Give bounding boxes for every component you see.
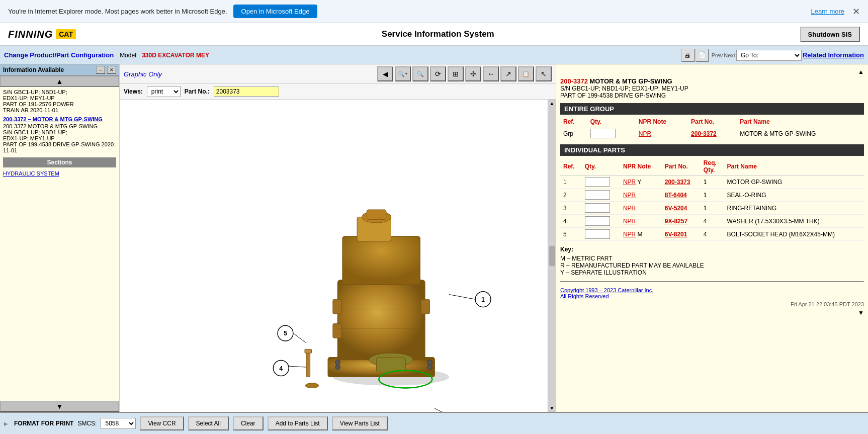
part-no-link[interactable]: 6V-8201 <box>665 231 687 238</box>
back-icon[interactable]: ◀ <box>377 66 393 81</box>
row-npr: NPR <box>620 189 662 202</box>
view-ccr-button[interactable]: View CCR <box>140 416 184 430</box>
table-row: 5 NPR M 6V-8201 4 BOLT-SOCKET HEAD (M16X… <box>560 228 864 241</box>
ie-bar-left: You're in Internet Explorer mode. Most p… <box>8 5 317 18</box>
ie-bar-right: Learn more ✕ <box>811 6 860 17</box>
table-row: Grp NPR 200-3372 MOTOR & MTG GP-SWING <box>560 127 864 140</box>
part-number: 200-3372 <box>560 77 588 85</box>
partno-input[interactable] <box>214 86 279 97</box>
sidebar-hydraulic-link[interactable]: HYDRAULIC SYSTEM <box>3 170 116 177</box>
rotate-icon[interactable]: ⟳ <box>430 66 446 81</box>
part-heading-line1: 200-3372 MOTOR & MTG GP-SWING <box>560 77 864 85</box>
learn-more-link[interactable]: Learn more <box>811 8 844 15</box>
scroll-up-arrow[interactable]: ▲ <box>549 100 556 107</box>
row-ref: Grp <box>560 127 587 140</box>
row-qty <box>582 215 620 228</box>
col-partname: Part Name <box>737 117 864 127</box>
qty-input[interactable] <box>585 216 610 226</box>
smcs-select[interactable]: 5058 <box>101 418 136 429</box>
page-title: Change Product/Part Configuration <box>4 51 114 59</box>
col-ref: Ref. <box>560 117 587 127</box>
zoom-fit-icon[interactable]: ⊞ <box>448 66 464 81</box>
views-select[interactable]: print screen <box>147 86 181 97</box>
next-button[interactable]: Next <box>724 52 735 58</box>
clear-button[interactable]: Clear <box>233 416 264 430</box>
info-panel-scroll-down[interactable]: ▼ <box>560 309 864 316</box>
scroll-down-arrow[interactable]: ▼ <box>549 404 556 412</box>
views-label: Views: <box>124 88 143 95</box>
sections-header: Sections <box>3 157 116 167</box>
sidebar-minimize-button[interactable]: ─ <box>96 66 105 74</box>
svg-rect-7 <box>333 299 341 314</box>
row-partname: WASHER (17.5X30X3.5-MM THK) <box>724 215 864 228</box>
qty-input[interactable] <box>585 203 610 213</box>
open-edge-button[interactable]: Open in Microsoft Edge <box>233 5 318 18</box>
export-icon[interactable]: 📋 <box>518 66 534 81</box>
npr-link[interactable]: NPR <box>623 218 636 225</box>
svg-point-14 <box>335 360 340 365</box>
part-no-link[interactable]: 8T-6404 <box>665 192 687 199</box>
qty-input[interactable] <box>585 190 610 200</box>
shutdown-button[interactable]: Shutdown SIS <box>800 27 860 42</box>
view-parts-button[interactable]: View Parts List <box>332 416 388 430</box>
svg-rect-8 <box>333 323 341 338</box>
npr-link[interactable]: NPR <box>623 205 636 212</box>
info-panel: ▲ 200-3372 MOTOR & MTG GP-SWING S/N GBC1… <box>556 64 868 412</box>
graphic-scrollbar[interactable]: ▲ ▼ <box>548 100 556 412</box>
copyright-link[interactable]: Copyright 1993 – 2023 Caterpillar Inc.Al… <box>560 287 653 299</box>
bottom-bar: ▶ FORMAT FOR PRINT SMCS: 5058 View CCR S… <box>0 412 868 434</box>
part-no-link[interactable]: 9X-8257 <box>665 218 687 225</box>
select-all-button[interactable]: Select All <box>188 416 229 430</box>
sidebar-part-link[interactable]: 200-3372 – MOTOR & MTG GP-SWING <box>3 116 116 122</box>
graphic-header: Graphic Only ◀ 🔍+ 🔍 ⟳ ⊞ ✢ ↔ ↗ 📋 ↖ <box>120 64 556 84</box>
zoom-in-icon[interactable]: 🔍+ <box>395 66 411 81</box>
close-ie-button[interactable]: ✕ <box>852 6 860 17</box>
qty-input[interactable] <box>585 177 610 187</box>
svg-text:4: 4 <box>279 365 283 372</box>
cat-logo: CAT <box>56 29 76 39</box>
related-information-link[interactable]: Related Information <box>803 51 864 59</box>
sidebar-close-button[interactable]: ✕ <box>107 66 116 74</box>
npr-link[interactable]: NPR <box>623 231 636 238</box>
add-to-parts-button[interactable]: Add to Parts List <box>268 416 328 430</box>
app-header: FINNING CAT Service Information System S… <box>0 23 868 46</box>
npr-link[interactable]: NPR <box>639 130 651 137</box>
select-icon[interactable]: ↗ <box>500 66 516 81</box>
print-icon[interactable]: 🖨 <box>681 49 695 62</box>
part-no-link[interactable]: 6V-5204 <box>665 205 687 212</box>
row-ref: 3 <box>560 202 582 215</box>
sidebar-scroll-up[interactable]: ▲ <box>0 76 119 87</box>
row-partname: SEAL-O-RING <box>724 189 864 202</box>
qty-input[interactable] <box>585 229 610 239</box>
finning-logo: FINNING <box>8 29 53 40</box>
svg-point-13 <box>427 365 432 370</box>
row-npr: NPR <box>620 215 662 228</box>
model-value: 330D EXCAVATOR MEY <box>142 52 209 59</box>
key-line-y: Y – SEPARATE ILLUSTRATION <box>560 269 864 276</box>
svg-line-36 <box>293 333 306 343</box>
nav-icons: 🖨 📄 Prev Next Go To: Related Information <box>681 49 864 62</box>
npr-link[interactable]: NPR <box>623 192 636 199</box>
graphic-viewport: 1 2 3 4 5 ▲ <box>120 100 556 412</box>
row-npr: NPR <box>636 127 688 140</box>
scroll-thumb[interactable] <box>549 246 555 266</box>
zoom-out-icon[interactable]: 🔍 <box>412 66 428 81</box>
row-partno: 9X-8257 <box>662 215 701 228</box>
svg-point-12 <box>335 365 340 370</box>
col-partname: Part Name <box>724 158 864 176</box>
goto-select[interactable]: Go To: <box>736 50 802 61</box>
part-no-link[interactable]: 200-3372 <box>691 130 717 137</box>
graphic-only-label: Graphic Only <box>124 70 162 78</box>
cursor-icon[interactable]: ↖ <box>536 66 552 81</box>
info-panel-scroll-up[interactable]: ▲ <box>560 68 864 75</box>
bookmark-icon[interactable]: 📄 <box>696 49 709 62</box>
pan-icon[interactable]: ✢ <box>465 66 481 81</box>
qty-input[interactable] <box>590 129 616 138</box>
part-of: PART OF 199-4538 DRIVE GP-SWING <box>560 92 864 99</box>
sidebar-scroll-down[interactable]: ▼ <box>0 401 119 412</box>
npr-link[interactable]: NPR <box>623 179 636 186</box>
prev-button[interactable]: Prev <box>712 52 723 58</box>
measure-icon[interactable]: ↔ <box>483 66 499 81</box>
row-reqqty: 1 <box>701 202 724 215</box>
part-no-link[interactable]: 200-3373 <box>665 179 690 186</box>
